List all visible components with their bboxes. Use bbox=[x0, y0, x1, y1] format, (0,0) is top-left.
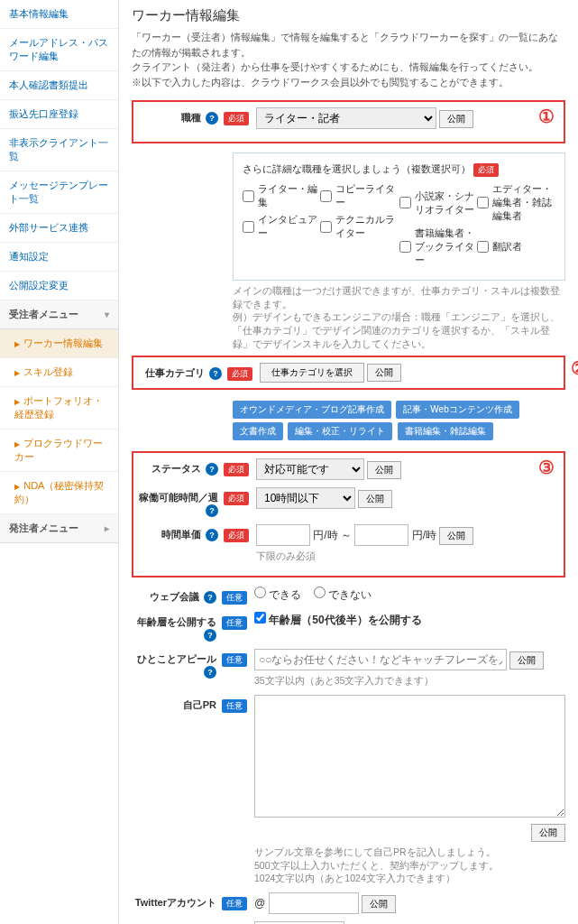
occupation-checkbox[interactable]: コピーライター bbox=[320, 182, 395, 209]
rate-min-input[interactable] bbox=[256, 524, 310, 546]
category-chip[interactable]: オウンドメディア・ブログ記事作成 bbox=[233, 401, 391, 419]
label-pr: 自己PR bbox=[132, 695, 222, 712]
required-badge: 必須 bbox=[224, 112, 249, 125]
shokushu-select[interactable]: ライター・記者 bbox=[256, 107, 436, 129]
occupation-checkbox[interactable]: テクニカルライター bbox=[320, 213, 395, 240]
hours-select[interactable]: 10時間以下 bbox=[256, 487, 355, 509]
public-btn-status[interactable]: 公開 bbox=[367, 461, 401, 479]
help-icon[interactable]: ? bbox=[206, 529, 218, 541]
nav-section-client[interactable]: 発注者メニュー▸ bbox=[0, 514, 118, 543]
occupation-checkbox[interactable]: 書籍編集者・ブックライター bbox=[399, 226, 474, 267]
nav-hide-clients[interactable]: 非表示クライアント一覧 bbox=[0, 129, 118, 171]
nav-section-worker[interactable]: 受注者メニュー▾ bbox=[0, 300, 118, 329]
public-btn-shokushu[interactable]: 公開 bbox=[439, 110, 473, 128]
help-icon[interactable]: ? bbox=[209, 367, 222, 380]
public-btn-rate[interactable]: 公開 bbox=[439, 527, 473, 545]
label-status: ステータス ? bbox=[133, 458, 224, 476]
public-btn-hours[interactable]: 公開 bbox=[358, 490, 392, 508]
intro-text: 「ワーカー（受注者）情報編集」で情報を編集すると「クラウドワーカーを探す」の一覧… bbox=[132, 30, 565, 89]
section-shokushu: ① 職種 ? 必須 ライター・記者 公開 bbox=[132, 100, 565, 143]
shokushu-hint: メインの職種は一つだけ選択できますが、仕事カテゴリ・スキルは複数登録できます。 … bbox=[233, 284, 565, 350]
section-status: ③ ステータス ? 必須 対応可能です 公開 稼働可能時間／週 ? 必須 10時… bbox=[132, 451, 565, 578]
optional-badge: 任意 bbox=[222, 653, 247, 667]
public-btn-pr[interactable]: 公開 bbox=[531, 824, 565, 842]
rate-unit: 円/時 ～ bbox=[313, 529, 352, 541]
status-select[interactable]: 対応可能です bbox=[256, 458, 364, 480]
label-twitter: Twitterアカウント bbox=[132, 892, 222, 910]
nav-templates[interactable]: メッセージテンプレート一覧 bbox=[0, 171, 118, 214]
help-icon[interactable]: ? bbox=[204, 629, 216, 642]
callout-2: ② bbox=[571, 357, 578, 379]
chevron-down-icon: ▾ bbox=[105, 310, 109, 319]
sidebar: 基本情報編集 メールアドレス・パスワード編集 本人確認書類提出 振込先口座登録 … bbox=[0, 0, 119, 924]
help-icon[interactable]: ? bbox=[206, 112, 218, 125]
required-badge: 必須 bbox=[224, 463, 249, 476]
pr-textarea[interactable] bbox=[254, 695, 565, 818]
optional-badge: 任意 bbox=[222, 591, 247, 605]
required-badge: 必須 bbox=[224, 492, 249, 505]
label-meeting: ウェブ会議 ? bbox=[132, 587, 222, 604]
age-checkbox[interactable]: 年齢層（50代後半）を公開する bbox=[254, 614, 422, 626]
nav-email[interactable]: メールアドレス・パスワード編集 bbox=[0, 29, 118, 71]
nav-bank[interactable]: 振込先口座登録 bbox=[0, 100, 118, 129]
label-age: 年齢層を公開する ? bbox=[132, 612, 222, 642]
optional-badge: 任意 bbox=[222, 699, 247, 713]
optional-badge: 任意 bbox=[222, 897, 247, 910]
nav-visibility[interactable]: 公開設定変更 bbox=[0, 272, 118, 300]
optional-badge: 任意 bbox=[222, 616, 247, 630]
category-chip[interactable]: 編集・校正・リライト bbox=[288, 422, 392, 440]
main-content: ワーカー情報編集 「ワーカー（受注者）情報編集」で情報を編集すると「クラウドワー… bbox=[119, 0, 578, 924]
occupation-checkbox[interactable]: ライター・編集 bbox=[243, 182, 317, 209]
help-icon[interactable]: ? bbox=[204, 666, 216, 679]
opt-head-text: さらに詳細な職種を選択しましょう（複数選択可） bbox=[243, 163, 471, 174]
meeting-radio-yes[interactable]: できる bbox=[254, 588, 301, 601]
nav-nda[interactable]: NDA（秘密保持契約） bbox=[0, 472, 118, 514]
public-btn-twitter[interactable]: 公開 bbox=[362, 895, 396, 913]
nav-worker-info[interactable]: ワーカー情報編集 bbox=[0, 329, 118, 358]
help-icon[interactable]: ? bbox=[204, 591, 216, 604]
label-category: 仕事カテゴリ ? bbox=[137, 363, 227, 380]
help-icon[interactable]: ? bbox=[206, 504, 218, 517]
occupation-checkbox[interactable]: エディター・編集者・雑誌編集者 bbox=[477, 182, 552, 223]
public-btn-catch[interactable]: 公開 bbox=[509, 651, 544, 670]
catch-hint: 35文字以内（あと35文字入力できます） bbox=[254, 674, 565, 688]
help-icon[interactable]: ? bbox=[206, 463, 218, 476]
pr-hint: サンプル文章を参考にして自己PRを記入しましょう。 500文字以上入力いただくと… bbox=[254, 845, 565, 885]
twitter-input[interactable] bbox=[269, 892, 359, 914]
category-chip[interactable]: 文書作成 bbox=[233, 422, 283, 440]
required-badge: 必須 bbox=[224, 529, 249, 542]
category-chip[interactable]: 記事・Webコンテンツ作成 bbox=[396, 401, 518, 419]
category-select-button[interactable]: 仕事カテゴリを選択 bbox=[260, 363, 364, 383]
label-rate: 時間単価 ? bbox=[133, 524, 224, 541]
rate-max-input[interactable] bbox=[354, 524, 408, 546]
meeting-radio-no[interactable]: できない bbox=[314, 588, 372, 601]
nav-basic[interactable]: 基本情報編集 bbox=[0, 0, 118, 29]
occupation-checkbox[interactable]: インタビュアー bbox=[243, 213, 317, 240]
nav-ext[interactable]: 外部サービス連携 bbox=[0, 214, 118, 243]
chevron-right-icon: ▸ bbox=[105, 523, 109, 533]
nav-id-docs[interactable]: 本人確認書類提出 bbox=[0, 71, 118, 100]
category-chip[interactable]: 書籍編集・雑誌編集 bbox=[398, 422, 493, 440]
label-shokushu: 職種 ? bbox=[133, 107, 224, 125]
required-badge: 必須 bbox=[473, 163, 499, 177]
label-catch: ひとことアピール ? bbox=[132, 649, 222, 679]
required-badge: 必須 bbox=[227, 367, 252, 381]
callout-1: ① bbox=[538, 106, 555, 127]
occupation-detail-box: さらに詳細な職種を選択しましょう（複数選択可） 必須 ライター・編集 コピーライ… bbox=[233, 152, 565, 281]
nav-notify[interactable]: 通知設定 bbox=[0, 243, 118, 272]
label-hours: 稼働可能時間／週 ? bbox=[133, 487, 224, 517]
nav-procloud[interactable]: プロクラウドワーカー bbox=[0, 430, 118, 472]
page-title: ワーカー情報編集 bbox=[132, 7, 565, 24]
nav-skills[interactable]: スキル登録 bbox=[0, 358, 118, 387]
occupation-checkbox[interactable]: 小説家・シナリオライター bbox=[399, 189, 474, 217]
rate-unit: 円/時 bbox=[412, 529, 436, 541]
callout-3: ③ bbox=[538, 457, 555, 478]
public-btn-category[interactable]: 公開 bbox=[367, 364, 401, 382]
rate-hint: 下限のみ必須 bbox=[256, 550, 564, 563]
at-sign: @ bbox=[254, 897, 265, 910]
nav-portfolio[interactable]: ポートフォリオ・経歴登録 bbox=[0, 387, 118, 430]
catch-input[interactable] bbox=[254, 649, 507, 670]
section-category: ② 仕事カテゴリ ? 必須 仕事カテゴリを選択 公開 bbox=[132, 356, 565, 390]
occupation-checkbox[interactable]: 翻訳者 bbox=[477, 240, 552, 254]
